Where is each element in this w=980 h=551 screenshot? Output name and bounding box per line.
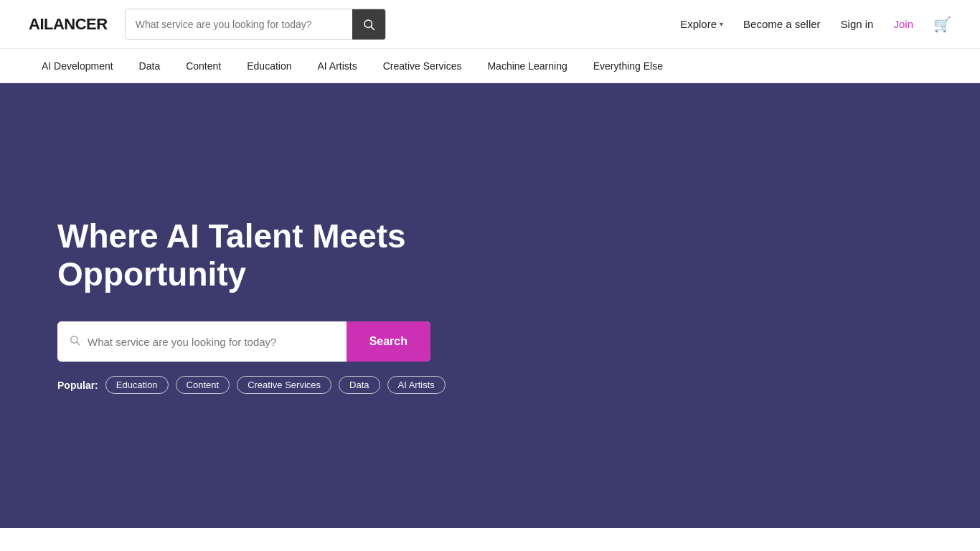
nav-item-education[interactable]: Education	[234, 49, 304, 83]
chevron-down-icon: ▾	[720, 20, 723, 28]
popular-label: Popular:	[57, 380, 98, 391]
search-icon	[362, 18, 375, 31]
popular-tag-ai-artists[interactable]: AI Artists	[387, 376, 446, 394]
nav-item-data[interactable]: Data	[126, 49, 174, 83]
header: AILANCER Explore ▾ Become a seller Sign …	[0, 0, 980, 49]
hero-search-input[interactable]	[88, 336, 335, 348]
hero-title-line2: Opportunity	[57, 255, 246, 293]
nav-item-everything-else[interactable]: Everything Else	[580, 49, 676, 83]
header-search-input[interactable]	[126, 19, 352, 30]
popular-tag-education[interactable]: Education	[105, 376, 169, 394]
nav-item-creative-services[interactable]: Creative Services	[370, 49, 475, 83]
popular-tag-content[interactable]: Content	[176, 376, 230, 394]
popular-tag-creative-services[interactable]: Creative Services	[237, 376, 331, 394]
hero-section: Where AI Talent Meets Opportunity Search…	[0, 83, 980, 528]
hero-search-button[interactable]: Search	[347, 321, 430, 362]
cart-icon[interactable]: 🛒	[933, 16, 951, 33]
nav-item-ai-development[interactable]: AI Development	[29, 49, 126, 83]
svg-line-1	[371, 27, 374, 29]
nav-item-content[interactable]: Content	[173, 49, 234, 83]
hero-search-container: Search	[57, 321, 430, 362]
nav-item-machine-learning[interactable]: Machine Learning	[474, 49, 580, 83]
header-nav: Explore ▾ Become a seller Sign in Join 🛒	[680, 16, 951, 33]
svg-line-3	[77, 342, 80, 345]
header-search-button[interactable]	[352, 9, 385, 40]
popular-tag-data[interactable]: Data	[339, 376, 380, 394]
sign-in-button[interactable]: Sign in	[841, 18, 874, 30]
popular-tags-row: Popular: Education Content Creative Serv…	[57, 376, 923, 394]
hero-title: Where AI Talent Meets Opportunity	[57, 217, 416, 293]
explore-label: Explore	[680, 18, 717, 30]
explore-button[interactable]: Explore ▾	[680, 18, 723, 30]
hero-search-inner	[57, 321, 347, 362]
logo[interactable]: AILANCER	[29, 15, 108, 34]
join-button[interactable]: Join	[893, 18, 913, 30]
bottom-area	[0, 528, 980, 551]
hero-title-line1: Where AI Talent Meets	[57, 217, 406, 255]
category-navbar: AI Development Data Content Education AI…	[0, 49, 980, 83]
nav-item-ai-artists[interactable]: AI Artists	[305, 49, 370, 83]
become-seller-button[interactable]: Become a seller	[743, 18, 821, 30]
hero-search-icon	[69, 334, 80, 349]
header-search-container	[125, 9, 386, 40]
